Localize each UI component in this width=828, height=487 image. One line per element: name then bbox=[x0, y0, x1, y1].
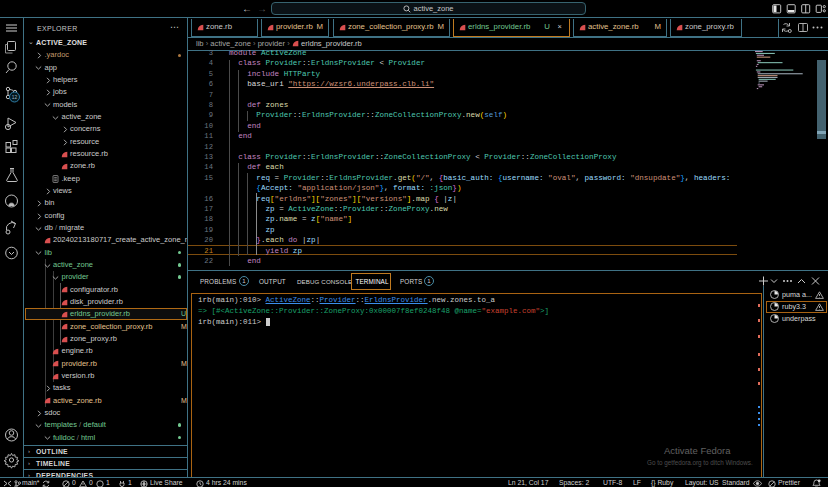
svg-text:12: 12 bbox=[12, 95, 18, 100]
